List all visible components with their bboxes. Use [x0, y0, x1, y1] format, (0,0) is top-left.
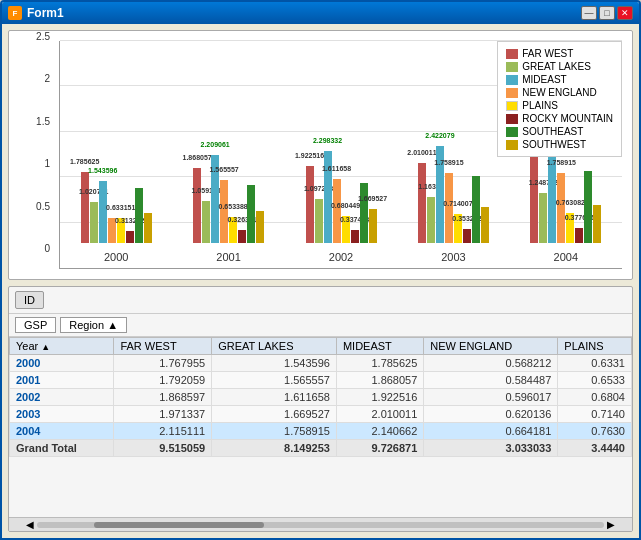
gsp-filter-button[interactable]: GSP — [15, 317, 56, 333]
legend-mideast-color — [506, 75, 518, 85]
bar-2001-southeast — [247, 185, 255, 243]
col-farwest[interactable]: FAR WEST — [114, 338, 212, 355]
bar-2000-rocky: 0.313252 — [126, 231, 134, 243]
panel-toolbar: ID — [9, 287, 632, 314]
legend-rocky-color — [506, 114, 518, 124]
cell-farwest-2000: 1.767955 — [114, 355, 212, 372]
cell-plains-2001: 0.6533 — [558, 372, 632, 389]
chart-legend: FAR WEST GREAT LAKES MIDEAST NEW ENGLAND… — [497, 41, 622, 157]
x-label-2000: 2000 — [60, 251, 172, 263]
scrollbar-thumb[interactable] — [94, 522, 264, 528]
main-content: 0 0.5 1 1.5 2 2.5 — [2, 24, 639, 538]
col-newengland[interactable]: NEW ENGLAND — [424, 338, 558, 355]
bar-2002-greatlakes: 1.097268 — [315, 199, 323, 243]
grand-total-row[interactable]: Grand Total 9.515059 8.149253 9.726871 3… — [10, 440, 632, 457]
bar-2000-farwest: 1.785625 — [81, 172, 89, 243]
x-label-2003: 2003 — [397, 251, 509, 263]
cell-plains-2003: 0.7140 — [558, 406, 632, 423]
table-row[interactable]: 2000 1.767955 1.543596 1.785625 0.568212… — [10, 355, 632, 372]
bar-2004-farwest: 2.140662 — [530, 157, 538, 243]
legend-plains-color — [506, 101, 518, 111]
main-window: F Form1 — □ ✕ 0 0.5 1 1.5 2 2.5 — [0, 0, 641, 540]
minimize-button[interactable]: — — [581, 6, 597, 20]
bar-2003-greatlakes: 1.16346 — [427, 197, 435, 243]
cell-mideast-2001: 1.868057 — [336, 372, 423, 389]
cell-plains-2000: 0.6331 — [558, 355, 632, 372]
x-label-2004: 2004 — [510, 251, 622, 263]
cell-greatlakes-2000: 1.543596 — [212, 355, 337, 372]
bar-2000-southeast — [135, 188, 143, 243]
cell-grandtotal-label: Grand Total — [10, 440, 114, 457]
cell-greatlakes-2003: 1.669527 — [212, 406, 337, 423]
legend-newengland-color — [506, 88, 518, 98]
window-title: Form1 — [27, 6, 64, 20]
bar-2002-rocky: 0.337408 — [351, 230, 359, 243]
col-year[interactable]: Year ▲ — [10, 338, 114, 355]
filter-row: GSP Region ▲ — [9, 314, 632, 337]
legend-southeast-color — [506, 127, 518, 137]
cell-mideast-2004: 2.140662 — [336, 423, 423, 440]
col-mideast[interactable]: MIDEAST — [336, 338, 423, 355]
bar-2001-rocky: 0.326361 — [238, 230, 246, 243]
year-group-2002: 1.922516 1.097268 2.298332 1.611658 — [285, 41, 397, 243]
legend-plains: PLAINS — [506, 100, 613, 111]
legend-greatlakes: GREAT LAKES — [506, 61, 613, 72]
bar-2001-newengland: 1.565557 — [220, 180, 228, 243]
close-button[interactable]: ✕ — [617, 6, 633, 20]
cell-newengland-2000: 0.568212 — [424, 355, 558, 372]
bottom-panel: ID GSP Region ▲ Year ▲ FAR WEST GREAT LA… — [8, 286, 633, 532]
legend-greatlakes-color — [506, 62, 518, 72]
bar-2002-southeast — [360, 183, 368, 243]
cell-plains-total: 3.4440 — [558, 440, 632, 457]
bar-2002-southwest: 1.669527 — [369, 209, 377, 243]
legend-mideast: MIDEAST — [506, 74, 613, 85]
legend-southeast: SOUTHEAST — [506, 126, 613, 137]
cell-year-2002: 2002 — [10, 389, 114, 406]
bar-2004-southeast — [584, 171, 592, 243]
bar-2004-greatlakes: 1.248772 — [539, 193, 547, 243]
cell-mideast-2000: 1.785625 — [336, 355, 423, 372]
data-table-wrapper: Year ▲ FAR WEST GREAT LAKES MIDEAST NEW … — [9, 337, 632, 517]
x-labels: 2000 2001 2002 2003 2004 — [60, 251, 622, 263]
bar-2003-southeast — [472, 176, 480, 243]
y-axis: 0 0.5 1 1.5 2 2.5 — [9, 31, 54, 254]
cell-greatlakes-total: 8.149253 — [212, 440, 337, 457]
col-plains[interactable]: PLAINS — [558, 338, 632, 355]
legend-farwest-color — [506, 49, 518, 59]
table-header-row: Year ▲ FAR WEST GREAT LAKES MIDEAST NEW … — [10, 338, 632, 355]
cell-newengland-2004: 0.664181 — [424, 423, 558, 440]
col-greatlakes[interactable]: GREAT LAKES — [212, 338, 337, 355]
legend-southwest: SOUTHWEST — [506, 139, 613, 150]
title-bar: F Form1 — □ ✕ — [2, 2, 639, 24]
bar-2001-farwest: 1.868057 — [193, 168, 201, 243]
cell-greatlakes-2002: 1.611658 — [212, 389, 337, 406]
scroll-right-button[interactable]: ▶ — [604, 519, 618, 530]
region-filter-button[interactable]: Region ▲ — [60, 317, 127, 333]
table-row-selected[interactable]: 2004 2.115111 1.758915 2.140662 0.664181… — [10, 423, 632, 440]
legend-newengland: NEW ENGLAND — [506, 87, 613, 98]
scroll-left-button[interactable]: ◀ — [23, 519, 37, 530]
bar-2000-greatlakes: 1.020741 — [90, 202, 98, 243]
legend-farwest: FAR WEST — [506, 48, 613, 59]
bar-2004-rocky: 0.377666 — [575, 228, 583, 243]
cell-newengland-2002: 0.596017 — [424, 389, 558, 406]
cell-mideast-2002: 1.922516 — [336, 389, 423, 406]
maximize-button[interactable]: □ — [599, 6, 615, 20]
cell-greatlakes-2004: 1.758915 — [212, 423, 337, 440]
id-button[interactable]: ID — [15, 291, 44, 309]
table-row[interactable]: 2001 1.792059 1.565557 1.868057 0.584487… — [10, 372, 632, 389]
table-row[interactable]: 2003 1.971337 1.669527 2.010011 0.620136… — [10, 406, 632, 423]
bar-2003-newengland: 1.758915 — [445, 173, 453, 243]
table-row[interactable]: 2002 1.868597 1.611658 1.922516 0.596017… — [10, 389, 632, 406]
cell-farwest-total: 9.515059 — [114, 440, 212, 457]
bar-2002-newengland: 1.611658 — [333, 179, 341, 243]
cell-plains-2004: 0.7630 — [558, 423, 632, 440]
table-body: 2000 1.767955 1.543596 1.785625 0.568212… — [10, 355, 632, 457]
cell-year-2000: 2000 — [10, 355, 114, 372]
x-label-2001: 2001 — [172, 251, 284, 263]
horizontal-scrollbar[interactable]: ◀ ▶ — [9, 517, 632, 531]
bar-2001-greatlakes: 1.059186 — [202, 201, 210, 243]
cell-year-2003: 2003 — [10, 406, 114, 423]
year-group-2001: 1.868057 1.059186 2.209061 1.565557 — [172, 41, 284, 243]
cell-year-2001: 2001 — [10, 372, 114, 389]
